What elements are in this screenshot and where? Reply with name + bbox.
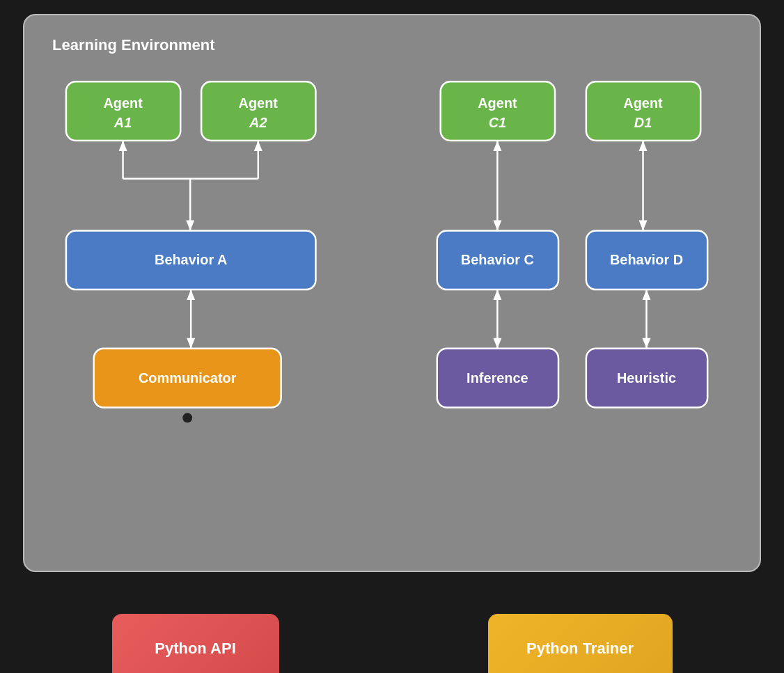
svg-rect-3 <box>201 81 315 141</box>
svg-marker-17 <box>254 141 262 151</box>
svg-text:A1: A1 <box>113 115 132 130</box>
svg-marker-16 <box>119 141 127 151</box>
svg-text:D1: D1 <box>634 115 652 130</box>
svg-text:Inference: Inference <box>467 370 528 386</box>
svg-text:Agent: Agent <box>103 95 143 111</box>
svg-marker-39 <box>493 290 501 300</box>
learning-environment: Learning Environment Agent A1 Agent A2 A… <box>23 14 761 572</box>
svg-text:Agent: Agent <box>239 95 279 111</box>
svg-text:Agent: Agent <box>623 95 663 111</box>
env-title: Learning Environment <box>52 36 732 54</box>
svg-text:Behavior D: Behavior D <box>610 252 683 267</box>
svg-marker-42 <box>643 290 651 300</box>
svg-text:C1: C1 <box>489 115 506 130</box>
svg-text:Communicator: Communicator <box>139 370 237 386</box>
svg-marker-31 <box>639 220 648 230</box>
svg-rect-0 <box>66 81 180 141</box>
external-boxes: Python API Python Trainer <box>112 614 673 673</box>
svg-marker-23 <box>187 290 195 300</box>
svg-text:Behavior C: Behavior C <box>461 252 534 267</box>
svg-point-26 <box>182 413 192 422</box>
diagram-svg: Agent A1 Agent A2 Agent C1 Agent D1 Beha… <box>52 74 732 533</box>
svg-text:Agent: Agent <box>478 95 517 111</box>
svg-text:Heuristic: Heuristic <box>617 370 676 386</box>
svg-marker-41 <box>643 338 651 349</box>
svg-marker-22 <box>187 338 195 349</box>
svg-marker-28 <box>493 220 501 230</box>
python-trainer-label: Python Trainer <box>526 640 634 658</box>
svg-rect-6 <box>441 81 555 141</box>
svg-marker-38 <box>493 338 501 349</box>
python-api-label: Python API <box>155 640 236 658</box>
python-api-box: Python API <box>112 614 279 673</box>
python-trainer-box: Python Trainer <box>488 614 673 673</box>
svg-text:Behavior A: Behavior A <box>155 252 227 267</box>
svg-text:A2: A2 <box>249 115 267 130</box>
svg-rect-9 <box>586 81 700 141</box>
svg-marker-32 <box>639 141 648 151</box>
svg-marker-29 <box>493 141 501 151</box>
svg-marker-18 <box>186 220 194 230</box>
